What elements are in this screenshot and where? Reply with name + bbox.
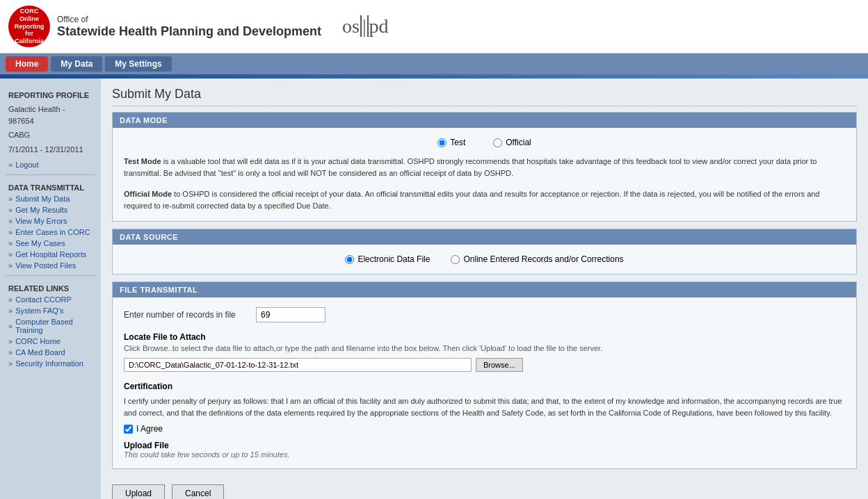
- data-source-body: Electronic Data File Online Entered Reco…: [113, 245, 856, 274]
- cert-title: Certification: [124, 382, 845, 391]
- main-layout: REPORTING PROFILE Galactic Health - 9876…: [0, 79, 868, 499]
- records-label: Enter number of records in file: [124, 310, 249, 320]
- file-transmittal-body: Enter number of records in file Locate F…: [113, 297, 856, 468]
- agree-row: I Agree: [124, 424, 845, 434]
- sidebar-get-hospital-reports[interactable]: Get Hospital Reports: [0, 249, 101, 260]
- reporting-profile-title: REPORTING PROFILE: [0, 85, 101, 102]
- cert-text: I certify under penalty of perjury as fo…: [124, 395, 845, 418]
- data-mode-body: Test Official Test Mode is a valuable to…: [113, 128, 856, 221]
- sidebar-divider-1: [6, 174, 95, 175]
- test-radio[interactable]: [437, 138, 447, 147]
- browse-button[interactable]: Browse...: [476, 358, 523, 372]
- office-text: Office of Statewide Health Planning and …: [57, 15, 321, 39]
- data-mode-panel: DATA MODE Test Official Test Mode is a v…: [112, 112, 857, 222]
- sidebar-contact-ccorp[interactable]: Contact CCORP: [0, 294, 101, 305]
- nav-mydata-button[interactable]: My Data: [51, 56, 102, 72]
- action-row: Upload Cancel: [112, 476, 857, 499]
- agree-label: I Agree: [136, 424, 163, 434]
- official-radio[interactable]: [493, 138, 502, 147]
- sidebar-divider-2: [6, 275, 95, 276]
- sidebar-corc-home[interactable]: CORC Home: [0, 336, 101, 347]
- nav-mysettings-button[interactable]: My Settings: [105, 56, 171, 72]
- header: CORCOnlineReportingforCalifornia Office …: [0, 0, 868, 54]
- file-transmittal-panel: FILE TRANSMITTAL Enter number of records…: [112, 281, 857, 469]
- sidebar-submit-my-data[interactable]: Submit My Data: [0, 193, 101, 204]
- official-mode-description: Official Mode to OSHPD is considered the…: [124, 188, 845, 211]
- data-mode-header: DATA MODE: [113, 113, 856, 128]
- file-transmittal-header: FILE TRANSMITTAL: [113, 282, 856, 297]
- file-path-input[interactable]: [124, 358, 472, 372]
- profile-dept: CABG: [0, 128, 101, 142]
- test-mode-description: Test Mode is a valuable tool that will e…: [124, 156, 845, 179]
- sidebar-get-my-results[interactable]: Get My Results: [0, 204, 101, 215]
- navbar: Home My Data My Settings: [0, 54, 868, 74]
- corc-logo: CORCOnlineReportingforCalifornia: [8, 6, 50, 47]
- sidebar-view-posted-files[interactable]: View Posted Files: [0, 260, 101, 271]
- nav-home-button[interactable]: Home: [6, 56, 48, 72]
- data-mode-radio-row: Test Official: [124, 138, 845, 147]
- agree-checkbox[interactable]: [124, 425, 133, 434]
- data-source-radio-row: Electronic Data File Online Entered Reco…: [124, 254, 845, 264]
- electronic-radio[interactable]: [345, 255, 354, 264]
- online-radio[interactable]: [451, 255, 460, 264]
- upload-desc: This could take few seconds or up to 15 …: [124, 450, 845, 459]
- content-area: Submit My Data DATA MODE Test Official T…: [101, 79, 868, 499]
- sidebar-see-my-cases[interactable]: See My Cases: [0, 238, 101, 249]
- sidebar-enter-cases[interactable]: Enter Cases in CORC: [0, 227, 101, 238]
- related-links-title: RELATED LINKS: [0, 280, 101, 294]
- cancel-button[interactable]: Cancel: [172, 484, 224, 499]
- official-radio-label[interactable]: Official: [493, 138, 531, 147]
- test-radio-label[interactable]: Test: [437, 138, 465, 147]
- sidebar-ca-med-board[interactable]: CA Med Board: [0, 347, 101, 358]
- sidebar-system-faqs[interactable]: System FAQ's: [0, 305, 101, 316]
- records-row: Enter number of records in file: [124, 307, 845, 322]
- sidebar: REPORTING PROFILE Galactic Health - 9876…: [0, 79, 101, 499]
- office-line1: Office of: [57, 15, 321, 24]
- page-title: Submit My Data: [112, 87, 857, 106]
- locate-title: Locate File to Attach: [124, 332, 845, 342]
- online-radio-label[interactable]: Online Entered Records and/or Correction…: [451, 254, 623, 264]
- data-source-header: DATA SOURCE: [113, 229, 856, 245]
- profile-name: Galactic Health - 987654: [0, 102, 101, 128]
- upload-section: Upload File This could take few seconds …: [124, 441, 845, 459]
- electronic-radio-label[interactable]: Electronic Data File: [345, 254, 430, 264]
- sidebar-security-info[interactable]: Security Information: [0, 358, 101, 369]
- office-title: Statewide Health Planning and Developmen…: [57, 24, 321, 39]
- file-path-row: Browse...: [124, 358, 845, 372]
- profile-dates: 7/1/2011 - 12/31/2011: [0, 142, 101, 157]
- logo-area: CORCOnlineReportingforCalifornia Office …: [8, 6, 389, 47]
- logout-link[interactable]: Logout: [0, 159, 101, 170]
- oshpd-logo: os|pd: [342, 15, 389, 38]
- upload-title: Upload File: [124, 441, 845, 450]
- locate-desc: Click Browse..to select the data file to…: [124, 344, 845, 352]
- locate-section: Locate File to Attach Click Browse..to s…: [124, 332, 845, 372]
- sidebar-computer-training[interactable]: Computer Based Training: [0, 316, 101, 336]
- certification-section: Certification I certify under penalty of…: [124, 382, 845, 434]
- data-transmittal-title: DATA TRANSMITTAL: [0, 179, 101, 193]
- sidebar-view-my-errors[interactable]: View My Errors: [0, 215, 101, 227]
- records-input[interactable]: [256, 307, 326, 322]
- upload-button[interactable]: Upload: [112, 484, 165, 499]
- data-source-panel: DATA SOURCE Electronic Data File Online …: [112, 229, 857, 275]
